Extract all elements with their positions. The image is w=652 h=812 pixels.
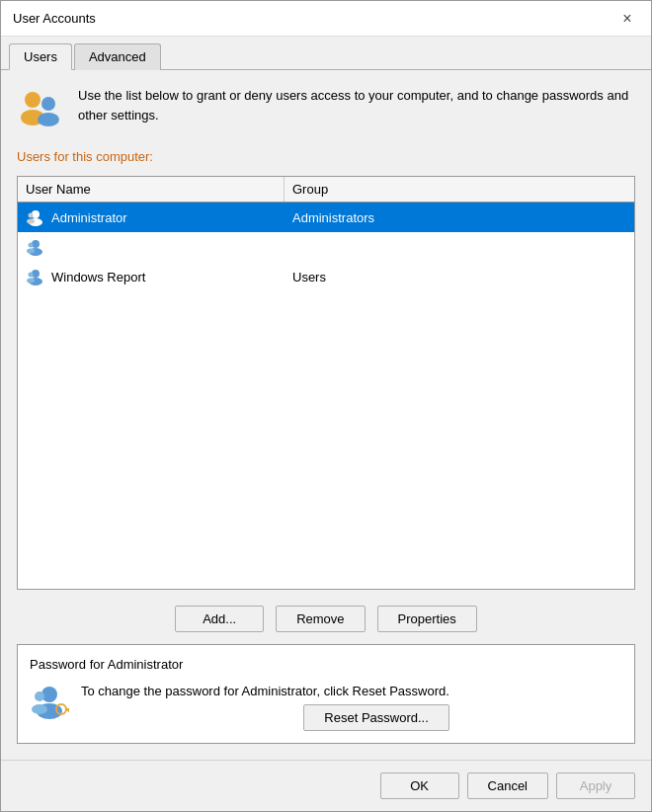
properties-button[interactable]: Properties: [377, 606, 477, 632]
apply-button[interactable]: Apply: [556, 772, 635, 799]
svg-point-0: [25, 92, 41, 108]
info-icon: [17, 86, 64, 133]
password-description: To change the password for Administrator…: [81, 682, 449, 732]
main-content: Use the list below to grant or deny user…: [1, 70, 651, 760]
cell-username: [18, 232, 285, 262]
footer: OK Cancel Apply: [1, 760, 651, 811]
info-section: Use the list below to grant or deny user…: [17, 86, 635, 133]
cell-group: Administrators: [285, 203, 634, 232]
user-icon: [26, 237, 45, 257]
action-buttons: Add... Remove Properties: [17, 606, 635, 632]
table-header: User Name Group: [18, 177, 634, 203]
svg-point-2: [41, 97, 55, 111]
users-table: User Name Group: [17, 176, 635, 590]
table-row[interactable]: Administrator Administrators: [18, 203, 634, 232]
window-title: User Accounts: [13, 11, 96, 26]
cell-group: Users: [285, 262, 634, 291]
password-icon: [30, 682, 69, 721]
svg-point-14: [29, 273, 34, 278]
user-accounts-dialog: User Accounts × Users Advanced Use the l: [0, 0, 652, 812]
tab-users[interactable]: Users: [9, 43, 72, 70]
cell-username: Windows Report: [18, 262, 285, 291]
svg-point-18: [35, 691, 44, 701]
title-bar: User Accounts ×: [1, 1, 651, 37]
password-section: Password for Administrator: [17, 644, 635, 745]
svg-point-3: [38, 113, 59, 126]
user-icon: [26, 267, 45, 286]
tab-advanced[interactable]: Advanced: [74, 43, 161, 70]
close-button[interactable]: ×: [615, 7, 639, 31]
svg-point-19: [32, 704, 47, 714]
cell-username: Administrator: [18, 203, 285, 232]
svg-point-15: [27, 279, 35, 284]
column-header-username: User Name: [18, 177, 285, 202]
svg-point-10: [29, 243, 34, 248]
cancel-button[interactable]: Cancel: [467, 772, 548, 799]
user-icon: [26, 207, 45, 227]
tab-bar: Users Advanced: [1, 37, 651, 70]
reset-password-button[interactable]: Reset Password...: [303, 704, 449, 731]
reset-password-row: Reset Password...: [81, 704, 449, 731]
table-row[interactable]: Windows Report Users: [18, 262, 634, 291]
cell-group: [285, 232, 634, 262]
remove-button[interactable]: Remove: [276, 606, 365, 632]
add-button[interactable]: Add...: [175, 606, 264, 632]
info-description: Use the list below to grant or deny user…: [78, 86, 635, 124]
password-section-title: Password for Administrator: [30, 657, 622, 672]
svg-point-6: [29, 213, 34, 218]
users-section-label: Users for this computer:: [17, 149, 635, 164]
svg-point-7: [27, 219, 35, 224]
ok-button[interactable]: OK: [380, 772, 459, 799]
password-content: To change the password for Administrator…: [30, 682, 622, 732]
table-body: Administrator Administrators: [18, 203, 634, 589]
svg-point-11: [27, 249, 35, 254]
table-row[interactable]: [18, 232, 634, 262]
column-header-group: Group: [285, 177, 634, 202]
